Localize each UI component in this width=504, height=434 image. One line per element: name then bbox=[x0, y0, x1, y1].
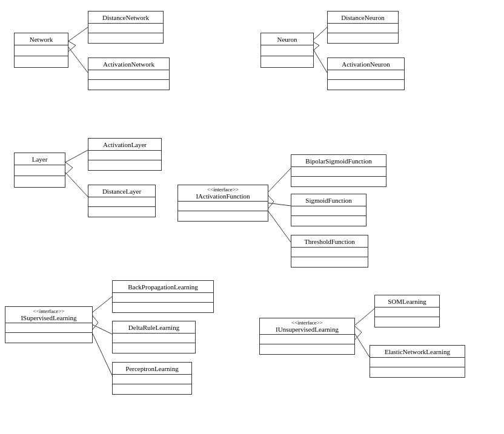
class-neuron-methods bbox=[261, 56, 313, 67]
class-sigmoidfunction-methods bbox=[291, 216, 366, 226]
class-somlearning-name: SOMLearning bbox=[375, 295, 439, 307]
class-distanceneuron-attrs bbox=[328, 24, 398, 33]
svg-line-5 bbox=[65, 173, 88, 197]
class-deltarulearning-attrs bbox=[113, 334, 195, 343]
class-backpropagationlearning: BackPropagationLearning bbox=[112, 280, 214, 313]
class-bipolarsigmoidfunction-name: BipolarSigmoidFunction bbox=[291, 155, 386, 167]
class-deltarulearning-methods bbox=[113, 343, 195, 353]
class-iunsupervisedlearning-name: <<interface>> IUnsupervisedLearning bbox=[260, 318, 354, 335]
class-perceptronlearning-methods bbox=[113, 384, 191, 394]
class-bipolarsigmoidfunction-attrs bbox=[291, 167, 386, 177]
class-somlearning-methods bbox=[375, 317, 439, 327]
class-activationlayer: ActivationLayer bbox=[88, 138, 162, 171]
class-distancenetwork-methods bbox=[88, 33, 163, 43]
class-perceptronlearning-attrs bbox=[113, 375, 191, 384]
class-backpropagationlearning-methods bbox=[113, 303, 213, 312]
class-iactivationfunction-name: <<interface>> IActivationFunction bbox=[178, 185, 268, 202]
class-sigmoidfunction-attrs bbox=[291, 206, 366, 216]
svg-line-2 bbox=[312, 27, 327, 41]
class-neuron: Neuron bbox=[260, 33, 314, 68]
class-network-attrs bbox=[15, 45, 68, 56]
class-backpropagationlearning-attrs bbox=[113, 293, 213, 303]
class-iactivationfunction: <<interface>> IActivationFunction bbox=[177, 185, 268, 222]
class-isupervisedlearning-methods bbox=[5, 333, 92, 343]
class-iactivationfunction-methods bbox=[178, 211, 268, 221]
class-isupervisedlearning-attrs bbox=[5, 323, 92, 333]
class-network-name: Network bbox=[15, 33, 68, 45]
class-distancenetwork-attrs bbox=[88, 24, 163, 33]
class-distancelayer-name: DistanceLayer bbox=[88, 185, 155, 197]
class-iactivationfunction-attrs bbox=[178, 202, 268, 211]
class-network-methods bbox=[15, 56, 68, 67]
class-distancelayer-attrs bbox=[88, 197, 155, 207]
class-elasticnetworklearning-methods bbox=[370, 367, 465, 377]
class-activationlayer-methods bbox=[88, 160, 161, 170]
class-activationneuron: ActivationNeuron bbox=[327, 58, 405, 90]
svg-line-3 bbox=[312, 47, 327, 73]
svg-line-9 bbox=[91, 297, 112, 314]
svg-line-4 bbox=[65, 150, 88, 162]
svg-line-13 bbox=[354, 333, 370, 357]
class-activationnetwork-name: ActivationNetwork bbox=[88, 58, 169, 70]
class-layer-name: Layer bbox=[15, 153, 65, 165]
svg-line-7 bbox=[267, 203, 291, 206]
svg-line-8 bbox=[267, 209, 291, 242]
class-distancelayer: DistanceLayer bbox=[88, 185, 156, 217]
class-distancenetwork-name: DistanceNetwork bbox=[88, 12, 163, 24]
class-thresholdfunction-name: ThresholdFunction bbox=[291, 235, 368, 248]
class-isupervisedlearning-name: <<interface>> ISupervisedLearning bbox=[5, 307, 92, 323]
class-distanceneuron-methods bbox=[328, 33, 398, 43]
iactivationfunction-stereotype: <<interface>> bbox=[207, 186, 239, 192]
class-bipolarsigmoidfunction-methods bbox=[291, 177, 386, 186]
class-somlearning-attrs bbox=[375, 307, 439, 317]
class-isupervisedlearning: <<interface>> ISupervisedLearning bbox=[5, 306, 93, 343]
class-sigmoidfunction-name: SigmoidFunction bbox=[291, 194, 366, 206]
class-bipolarsigmoidfunction: BipolarSigmoidFunction bbox=[291, 154, 386, 187]
class-perceptronlearning-name: PerceptronLearning bbox=[113, 363, 191, 375]
class-activationneuron-name: ActivationNeuron bbox=[328, 58, 404, 70]
class-iunsupervisedlearning-attrs bbox=[260, 335, 354, 344]
class-sigmoidfunction: SigmoidFunction bbox=[291, 194, 366, 226]
class-layer-methods bbox=[15, 176, 65, 187]
iunsupervisedlearning-label: IUnsupervisedLearning bbox=[276, 326, 339, 333]
class-iunsupervisedlearning-methods bbox=[260, 344, 354, 354]
class-layer-attrs bbox=[15, 165, 65, 176]
isupervisedlearning-label: ISupervisedLearning bbox=[21, 314, 76, 321]
svg-line-10 bbox=[91, 324, 112, 334]
class-activationlayer-name: ActivationLayer bbox=[88, 139, 161, 151]
uml-diagram: Network DistanceNetwork ActivationNetwor… bbox=[0, 0, 504, 434]
iactivationfunction-label: IActivationFunction bbox=[196, 192, 250, 200]
class-deltarulearning-name: DeltaRuleLearning bbox=[113, 321, 195, 334]
class-activationnetwork: ActivationNetwork bbox=[88, 58, 170, 90]
class-network: Network bbox=[14, 33, 68, 68]
class-neuron-name: Neuron bbox=[261, 33, 313, 45]
class-elasticnetworklearning: ElasticNetworkLearning bbox=[370, 345, 465, 378]
class-activationneuron-methods bbox=[328, 80, 404, 90]
class-backpropagationlearning-name: BackPropagationLearning bbox=[113, 281, 213, 293]
svg-line-11 bbox=[91, 330, 112, 375]
svg-line-0 bbox=[68, 27, 88, 41]
class-activationnetwork-attrs bbox=[88, 70, 169, 80]
iunsupervisedlearning-stereotype: <<interface>> bbox=[291, 320, 323, 326]
class-layer: Layer bbox=[14, 153, 65, 188]
class-iunsupervisedlearning: <<interface>> IUnsupervisedLearning bbox=[259, 318, 355, 355]
class-elasticnetworklearning-attrs bbox=[370, 358, 465, 367]
class-perceptronlearning: PerceptronLearning bbox=[112, 362, 192, 395]
class-thresholdfunction-attrs bbox=[291, 248, 368, 257]
isupervisedlearning-stereotype: <<interface>> bbox=[33, 308, 65, 314]
svg-line-6 bbox=[267, 168, 291, 194]
class-distancelayer-methods bbox=[88, 207, 155, 217]
class-distanceneuron-name: DistanceNeuron bbox=[328, 12, 398, 24]
class-distanceneuron: DistanceNeuron bbox=[327, 11, 399, 44]
svg-line-12 bbox=[354, 309, 374, 326]
class-activationnetwork-methods bbox=[88, 80, 169, 90]
class-thresholdfunction-methods bbox=[291, 257, 368, 267]
class-thresholdfunction: ThresholdFunction bbox=[291, 235, 368, 268]
class-activationneuron-attrs bbox=[328, 70, 404, 80]
class-neuron-attrs bbox=[261, 45, 313, 56]
class-elasticnetworklearning-name: ElasticNetworkLearning bbox=[370, 346, 465, 358]
class-deltarulearning: DeltaRuleLearning bbox=[112, 321, 196, 353]
class-somlearning: SOMLearning bbox=[374, 295, 440, 327]
class-activationlayer-attrs bbox=[88, 151, 161, 160]
svg-line-1 bbox=[68, 47, 88, 73]
